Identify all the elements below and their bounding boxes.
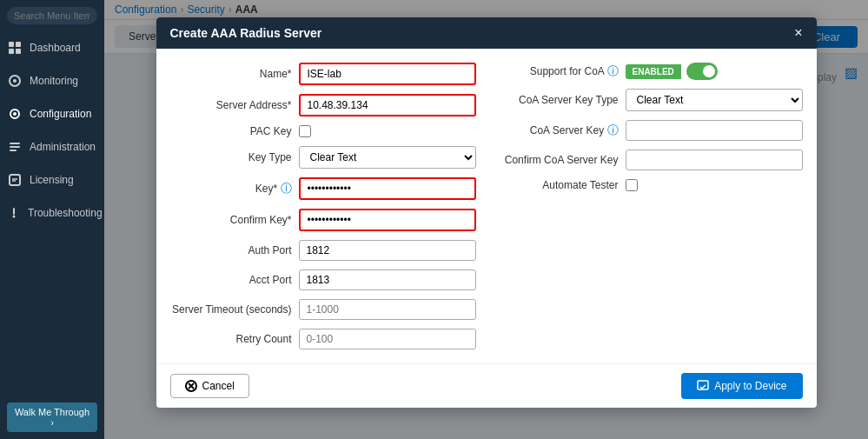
name-input[interactable] xyxy=(299,63,476,85)
sidebar-search-container xyxy=(0,0,104,31)
sidebar-bottom: Walk Me Through › xyxy=(0,396,104,439)
confirm-coa-server-key-input[interactable] xyxy=(626,150,803,170)
key-label: Key* ⓘ xyxy=(170,181,292,196)
svg-rect-3 xyxy=(16,49,21,54)
svg-rect-9 xyxy=(10,175,20,185)
key-info-icon[interactable]: ⓘ xyxy=(281,182,292,195)
coa-server-key-label: CoA Server Key ⓘ xyxy=(497,123,619,138)
troubleshooting-icon xyxy=(7,205,21,221)
coa-server-key-row: CoA Server Key ⓘ xyxy=(497,120,803,141)
sidebar-label-dashboard: Dashboard xyxy=(30,42,81,54)
automate-tester-checkbox[interactable] xyxy=(626,179,638,191)
pac-key-label: PAC Key xyxy=(170,125,292,137)
auth-port-row: Auth Port xyxy=(170,240,476,261)
walk-me-label: Walk Me Through › xyxy=(14,407,90,428)
configuration-icon xyxy=(7,106,23,122)
search-input[interactable] xyxy=(7,7,97,24)
server-address-row: Server Address* xyxy=(170,94,476,116)
retry-count-input[interactable] xyxy=(299,329,476,349)
server-address-input[interactable] xyxy=(299,94,476,116)
walk-me-button[interactable]: Walk Me Through › xyxy=(7,402,97,432)
sidebar-item-licensing[interactable]: Licensing xyxy=(0,163,104,196)
modal-left-column: Name* Server Address* PAC Key Key Type xyxy=(170,63,476,349)
modal-right-column: Support for CoA ⓘ ENABLED CoA Server Key… xyxy=(497,63,803,349)
server-timeout-row: Server Timeout (seconds) xyxy=(170,299,476,320)
coa-server-key-info-icon[interactable]: ⓘ xyxy=(607,123,619,136)
modal-header: Create AAA Radius Server × xyxy=(156,17,817,49)
modal-footer: Cancel Apply to Device xyxy=(156,363,817,408)
modal-body: Name* Server Address* PAC Key Key Type xyxy=(156,49,817,363)
apply-icon xyxy=(697,380,709,392)
server-timeout-input[interactable] xyxy=(299,299,476,320)
support-coa-toggle-group[interactable]: ENABLED xyxy=(626,63,718,80)
cancel-icon xyxy=(185,380,197,392)
svg-point-5 xyxy=(13,79,17,83)
acct-port-input[interactable] xyxy=(299,269,476,290)
create-aaa-modal: Create AAA Radius Server × Name* Server … xyxy=(156,17,817,408)
support-coa-label: Support for CoA ⓘ xyxy=(497,63,619,79)
svg-rect-6 xyxy=(10,143,20,144)
confirm-coa-key-row: Confirm CoA Server Key xyxy=(497,150,803,170)
dashboard-icon xyxy=(7,40,23,56)
apply-label: Apply to Device xyxy=(714,380,786,392)
licensing-icon xyxy=(7,172,23,188)
server-address-label: Server Address* xyxy=(170,99,292,111)
confirm-key-label: Confirm Key* xyxy=(170,214,292,226)
support-coa-info-icon[interactable]: ⓘ xyxy=(607,64,619,77)
administration-icon xyxy=(7,139,23,155)
sidebar-item-monitoring[interactable]: Monitoring xyxy=(0,64,104,97)
name-label: Name* xyxy=(170,68,292,80)
sidebar-item-administration[interactable]: Administration xyxy=(0,130,104,163)
monitoring-icon xyxy=(7,73,23,89)
confirm-coa-server-key-label: Confirm CoA Server Key xyxy=(497,154,619,166)
retry-count-label: Retry Count xyxy=(170,333,292,345)
coa-key-type-label: CoA Server Key Type xyxy=(497,94,619,106)
svg-rect-1 xyxy=(16,42,21,47)
auth-port-input[interactable] xyxy=(299,240,476,261)
key-type-row: Key Type Clear Text Encrypted xyxy=(170,146,476,169)
modal-overlay: Create AAA Radius Server × Name* Server … xyxy=(104,0,868,439)
confirm-key-row: Confirm Key* xyxy=(170,209,476,231)
main-content: Configuration › Security › AAA Server Co… xyxy=(104,0,868,439)
svg-point-10 xyxy=(13,216,16,218)
svg-rect-2 xyxy=(9,49,14,54)
automate-tester-row: Automate Tester xyxy=(497,179,803,191)
acct-port-label: Acct Port xyxy=(170,274,292,286)
coa-key-type-select[interactable]: Clear Text Encrypted xyxy=(626,89,803,111)
sidebar-label-configuration: Configuration xyxy=(30,108,91,120)
sidebar-label-monitoring: Monitoring xyxy=(30,75,78,87)
server-timeout-label: Server Timeout (seconds) xyxy=(170,303,292,316)
support-coa-row: Support for CoA ⓘ ENABLED xyxy=(497,63,803,80)
sidebar-item-troubleshooting[interactable]: Troubleshooting xyxy=(0,196,104,229)
automate-tester-label: Automate Tester xyxy=(497,179,619,191)
sidebar-label-licensing: Licensing xyxy=(30,174,74,186)
coa-key-type-row: CoA Server Key Type Clear Text Encrypted xyxy=(497,89,803,111)
modal-title: Create AAA Radius Server xyxy=(170,26,322,40)
key-type-label: Key Type xyxy=(170,151,292,163)
svg-rect-0 xyxy=(9,42,14,47)
modal-close-button[interactable]: × xyxy=(794,26,802,40)
sidebar-label-administration: Administration xyxy=(30,141,96,153)
sidebar-item-dashboard[interactable]: Dashboard xyxy=(0,31,104,64)
sidebar-label-troubleshooting: Troubleshooting xyxy=(28,207,103,219)
pac-key-checkbox[interactable] xyxy=(299,125,311,137)
apply-to-device-button[interactable]: Apply to Device xyxy=(681,373,802,399)
key-type-select[interactable]: Clear Text Encrypted xyxy=(299,146,476,169)
sidebar: Dashboard Monitoring Configuration Admin… xyxy=(0,0,104,439)
support-coa-badge: ENABLED xyxy=(626,64,681,79)
auth-port-label: Auth Port xyxy=(170,244,292,256)
support-coa-toggle[interactable] xyxy=(686,63,718,80)
cancel-button[interactable]: Cancel xyxy=(170,374,249,398)
pac-key-row: PAC Key xyxy=(170,125,476,137)
sidebar-item-configuration[interactable]: Configuration xyxy=(0,97,104,130)
cancel-label: Cancel xyxy=(202,380,235,392)
confirm-key-input[interactable] xyxy=(299,209,476,231)
acct-port-row: Acct Port xyxy=(170,269,476,290)
key-row: Key* ⓘ xyxy=(170,177,476,200)
name-row: Name* xyxy=(170,63,476,85)
key-input[interactable] xyxy=(299,177,476,200)
coa-server-key-input[interactable] xyxy=(626,120,803,141)
retry-count-row: Retry Count xyxy=(170,329,476,349)
svg-rect-8 xyxy=(10,150,17,151)
svg-rect-7 xyxy=(10,146,20,148)
